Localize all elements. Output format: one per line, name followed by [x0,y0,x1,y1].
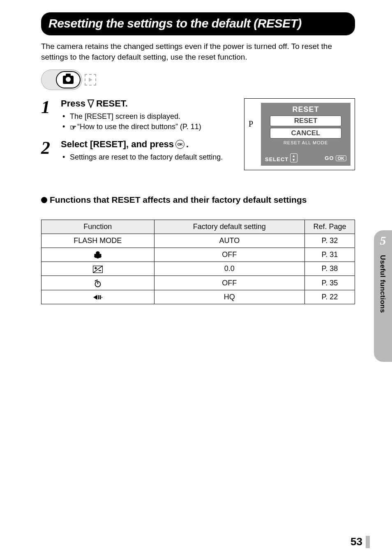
svg-marker-1 [88,100,94,107]
section-heading-text: Functions that RESET affects and their f… [50,195,307,205]
exposure-comp-icon [93,266,103,273]
ok-button-icon: OK [175,140,184,149]
svg-line-3 [93,266,103,273]
ref-page: P. 22 [304,290,355,304]
th-function: Function [42,220,154,234]
fn-image-quality [42,290,154,304]
default-value: AUTO [154,234,304,248]
fn-exposure-comp [42,262,154,276]
playback-icon [85,74,96,86]
step-2-title-post: . [186,139,189,150]
switch-body [41,69,82,90]
switch-knob [56,71,81,88]
default-value: HQ [154,290,304,304]
go-label: GO [325,155,334,161]
bullet-icon [41,197,47,203]
step-1-title-post: RESET. [96,98,128,109]
table-row: 0.0 P. 38 [42,262,355,276]
page-number: 53 [350,535,362,548]
down-arrow-icon [87,99,95,108]
mode-indicator: P [249,103,261,166]
panel-title: RESET [264,105,347,114]
step-1-bullet-2-text: “How to use the direct buttons” (P. 11) [77,123,201,131]
select-label: SELECT [265,156,288,162]
lcd-screen-illustration: P RESET RESET CANCEL RESET ALL MODE SELE… [244,98,355,170]
svg-marker-0 [89,78,92,82]
svg-rect-9 [101,297,102,298]
ref-page: P. 31 [304,248,355,262]
chapter-label: Useful functions [378,255,387,313]
ref-page: P. 32 [304,234,355,248]
svg-rect-8 [100,295,101,299]
ref-page: P. 35 [304,276,355,290]
default-value: 0.0 [154,262,304,276]
table-row: OFF P. 35 [42,276,355,290]
chapter-tab: 5 Useful functions [374,230,392,362]
intro-text: The camera retains the changed settings … [41,41,355,62]
panel-footer: SELECT▲▼ GOOK [264,153,347,162]
step-1-title-pre: Press [61,98,85,109]
camera-icon [63,76,74,84]
default-value: OFF [154,248,304,262]
steps-container: 1 Press RESET. The [RESET] screen is dis… [41,98,355,162]
table-row: OFF P. 31 [42,248,355,262]
th-ref: Ref. Page [304,220,355,234]
step-number: 1 [41,98,61,132]
self-timer-icon [94,279,102,287]
page-title-bar: Resetting the settings to the default (R… [41,12,355,35]
cancel-option: CANCEL [270,128,341,139]
reset-table: Function Factory default setting Ref. Pa… [41,220,355,304]
svg-rect-7 [98,295,99,299]
page-mark [366,536,370,548]
fn-macro [42,248,154,262]
macro-icon [93,251,102,259]
step-2-title-pre: Select [RESET], and press [61,139,174,150]
section-heading: Functions that RESET affects and their f… [41,195,355,205]
table-header-row: Function Factory default setting Ref. Pa… [42,220,355,234]
image-quality-icon [92,294,103,301]
ok-box-icon: OK [336,155,347,161]
reset-option: RESET [270,116,341,126]
reset-panel: RESET RESET CANCEL RESET ALL MODE SELECT… [261,103,350,166]
step-number: 2 [41,139,61,162]
fn-flash-mode: FLASH MODE [42,234,154,248]
updown-icon: ▲▼ [290,153,297,162]
svg-marker-6 [93,295,97,300]
table-row: HQ P. 22 [42,290,355,304]
panel-subtitle: RESET ALL MODE [264,140,347,145]
ref-page: P. 38 [304,262,355,276]
table-row: FLASH MODE AUTO P. 32 [42,234,355,248]
chapter-number: 5 [374,230,392,248]
th-default: Factory default setting [154,220,304,234]
mode-switch-illustration [41,69,96,90]
fn-self-timer [42,276,154,290]
pointer-icon: ☞ [70,123,76,132]
page-title: Resetting the settings to the default (R… [48,16,348,30]
default-value: OFF [154,276,304,290]
